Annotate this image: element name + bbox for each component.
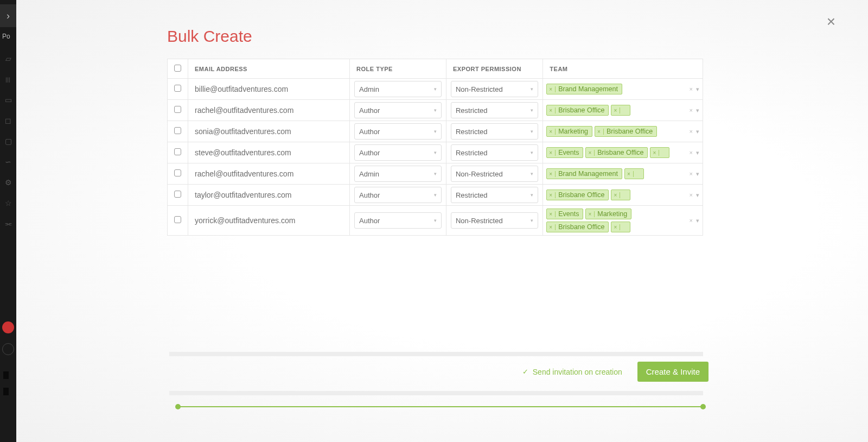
horizontal-scroll-track[interactable] — [169, 352, 703, 356]
role-select[interactable]: Author▾ — [354, 144, 442, 161]
export-cell: Restricted▾ — [446, 100, 542, 121]
chevron-down-icon[interactable]: ▾ — [696, 171, 699, 178]
horizontal-scroll-track[interactable] — [169, 391, 703, 395]
role-select[interactable]: Author▾ — [354, 102, 442, 118]
email-cell[interactable]: taylor@outfitadventures.com — [188, 185, 350, 206]
clear-teams-icon[interactable]: × — [690, 217, 693, 224]
role-select[interactable]: Author▾ — [354, 123, 442, 140]
team-tag-label: Brand Management — [558, 170, 618, 178]
clear-teams-icon[interactable]: × — [690, 128, 693, 135]
clear-teams-icon[interactable]: × — [690, 149, 693, 156]
chevron-down-icon: ▾ — [531, 86, 533, 92]
select-all-checkbox[interactable] — [174, 65, 181, 72]
gear-icon[interactable]: ⚙ — [4, 178, 12, 187]
export-select[interactable]: Non-Restricted▾ — [451, 81, 538, 97]
team-tag-list[interactable]: ×Marketing×Brisbane Office — [546, 125, 657, 138]
export-cell: Non-Restricted▾ — [446, 163, 542, 185]
export-select[interactable]: Restricted▾ — [451, 144, 538, 161]
remove-tag-icon[interactable]: × — [588, 150, 595, 156]
email-cell[interactable]: steve@outfitadventures.com — [188, 142, 350, 163]
sidebar-expand[interactable]: › — [0, 4, 16, 27]
role-select[interactable]: Admin▾ — [354, 166, 442, 182]
clear-teams-icon[interactable]: × — [690, 171, 693, 177]
clipboard-icon[interactable]: ▭ — [4, 96, 12, 104]
team-tag: × — [624, 168, 644, 179]
row-checkbox[interactable] — [174, 127, 181, 134]
folder-icon[interactable]: ▱ — [4, 54, 12, 63]
help-icon[interactable] — [2, 343, 14, 355]
remove-tag-icon[interactable]: × — [549, 150, 556, 156]
create-and-invite-button[interactable]: Create & Invite — [637, 362, 709, 382]
bulk-create-modal: Bulk Create Email Address Role Type Expo… — [167, 27, 710, 236]
team-tag-list[interactable]: ×Events×Marketing×Brisbane Office× — [546, 207, 675, 233]
role-select[interactable]: Admin▾ — [354, 81, 442, 97]
export-select[interactable]: Non-Restricted▾ — [451, 212, 538, 229]
send-invitation-toggle[interactable]: ✓ Send invitation on creation — [522, 368, 622, 376]
row-checkbox[interactable] — [174, 148, 181, 155]
chevron-down-icon[interactable]: ▾ — [696, 128, 699, 135]
sidebar-section-label: Po — [0, 27, 16, 46]
export-select[interactable]: Restricted▾ — [451, 123, 538, 140]
remove-tag-icon[interactable]: × — [549, 171, 556, 177]
close-icon[interactable]: × — [827, 13, 835, 30]
cloud-icon[interactable]: ∽ — [4, 157, 12, 166]
chevron-down-icon[interactable]: ▾ — [696, 86, 699, 93]
email-cell[interactable]: sonia@outfitadventures.com — [188, 121, 350, 142]
remove-tag-icon[interactable]: × — [627, 171, 634, 177]
team-tag-label: Brisbane Office — [558, 223, 604, 231]
team-tag-list[interactable]: ×Brand Management× — [546, 167, 643, 180]
role-select[interactable]: Author▾ — [354, 212, 442, 229]
chevron-down-icon[interactable]: ▾ — [696, 192, 699, 199]
remove-tag-icon[interactable]: × — [653, 150, 659, 156]
export-select[interactable]: Non-Restricted▾ — [451, 166, 538, 182]
team-tag: × — [650, 147, 669, 158]
email-cell[interactable]: billie@outfitadventures.com — [188, 79, 350, 100]
clear-teams-icon[interactable]: × — [690, 86, 693, 92]
avatar[interactable] — [2, 321, 14, 333]
remove-tag-icon[interactable]: × — [549, 211, 556, 217]
remove-tag-icon[interactable]: × — [549, 86, 556, 92]
role-select[interactable]: Author▾ — [354, 187, 442, 203]
clear-teams-icon[interactable]: × — [690, 107, 693, 113]
clear-teams-icon[interactable]: × — [690, 192, 693, 198]
remove-tag-icon[interactable]: × — [597, 129, 604, 135]
row-checkbox[interactable] — [174, 85, 181, 92]
row-checkbox[interactable] — [174, 106, 181, 113]
progress-indicator[interactable] — [178, 406, 703, 407]
square-icon[interactable]: ◻ — [4, 116, 12, 125]
remove-tag-icon[interactable]: × — [549, 224, 556, 230]
export-value: Non-Restricted — [456, 170, 503, 178]
remove-tag-icon[interactable]: × — [549, 129, 556, 135]
team-tag-list[interactable]: ×Brisbane Office× — [546, 188, 630, 201]
chevron-down-icon: ▾ — [434, 192, 437, 198]
export-select[interactable]: Restricted▾ — [451, 187, 538, 203]
email-cell[interactable]: yorrick@outfitadventures.com — [188, 206, 350, 236]
table-row: sonia@outfitadventures.comAuthor▾Restric… — [168, 121, 703, 142]
chevron-down-icon[interactable]: ▾ — [696, 149, 699, 156]
chevron-down-icon[interactable]: ▾ — [696, 217, 699, 224]
chart-icon[interactable]: ⫼ — [4, 75, 12, 84]
remove-tag-icon[interactable]: × — [614, 108, 620, 113]
remove-tag-icon[interactable]: × — [614, 224, 620, 230]
email-cell[interactable]: rachel@outfitadventures.com — [188, 163, 350, 185]
team-tag-list[interactable]: ×Events×Brisbane Office× — [546, 146, 669, 159]
remove-tag-icon[interactable]: × — [549, 108, 556, 113]
row-checkbox[interactable] — [174, 169, 181, 176]
team-tag: ×Events — [546, 209, 583, 219]
share-icon[interactable]: ⫘ — [4, 219, 12, 228]
row-checkbox[interactable] — [174, 216, 181, 223]
team-tag-list[interactable]: ×Brand Management — [546, 83, 622, 96]
chevron-down-icon: ▾ — [434, 218, 437, 223]
email-cell[interactable]: rachel@outfitadventures.com — [188, 100, 350, 121]
remove-tag-icon[interactable]: × — [549, 192, 556, 198]
team-tag-list[interactable]: ×Brisbane Office× — [546, 104, 630, 117]
sidebar-block[interactable] — [3, 388, 9, 395]
export-select[interactable]: Restricted▾ — [451, 102, 538, 118]
sidebar-block[interactable] — [3, 371, 9, 379]
star-icon[interactable]: ☆ — [4, 199, 12, 207]
chevron-down-icon[interactable]: ▾ — [696, 107, 699, 114]
monitor-icon[interactable]: ▢ — [4, 137, 12, 146]
row-checkbox[interactable] — [174, 191, 181, 198]
remove-tag-icon[interactable]: × — [588, 211, 595, 217]
remove-tag-icon[interactable]: × — [614, 192, 620, 198]
